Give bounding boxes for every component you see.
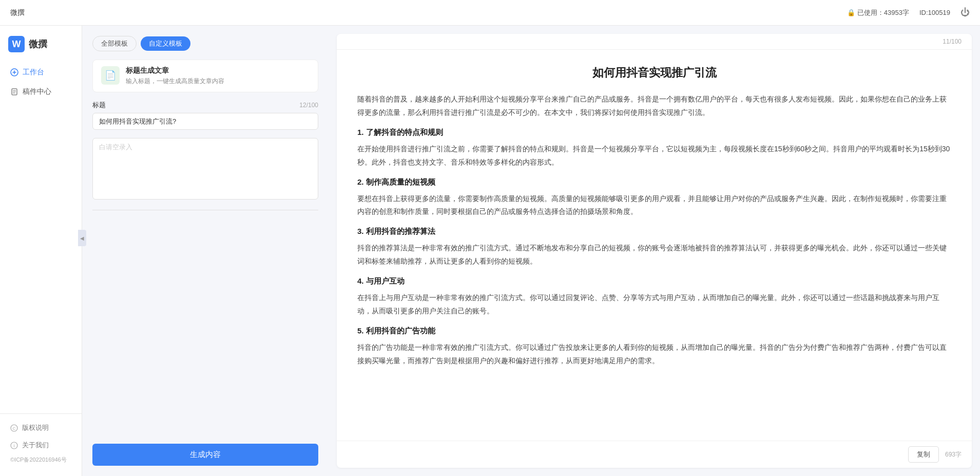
title-input[interactable] xyxy=(92,113,318,130)
article-section-1: 2. 制作高质量的短视频 要想在抖音上获得更多的流量，你需要制作高质量的短视频。… xyxy=(357,177,951,219)
workbench-icon xyxy=(10,68,18,76)
topbar-left: 微撰 xyxy=(10,8,25,17)
right-panel-footer: 复制 693字 xyxy=(337,441,972,468)
collapse-sidebar-button[interactable]: ◀ xyxy=(78,230,86,246)
logo-icon: W xyxy=(8,36,25,52)
drafts-icon xyxy=(10,88,18,96)
main-layout: W 微撰 工作台 稿件中心 C xyxy=(0,26,980,476)
template-card-info: 标题生成文章 输入标题，一键生成高质量文章内容 xyxy=(126,66,224,86)
section-content-0: 在开始使用抖音进行推广引流之前，你需要了解抖音的特点和规则。抖音是一个短视频分享… xyxy=(357,143,951,169)
template-card-icon: 📄 xyxy=(101,66,120,85)
title-form-section: 标题 12/100 xyxy=(92,101,318,130)
about-icon: i xyxy=(10,442,18,449)
sidebar-item-drafts[interactable]: 稿件中心 xyxy=(0,82,82,102)
logo-text: 微撰 xyxy=(29,38,47,50)
template-card-desc: 输入标题，一键生成高质量文章内容 xyxy=(126,77,224,86)
topbar: 微撰 🔒 已使用：43953字 ID:100519 ⏻ xyxy=(0,0,980,26)
title-count: 12/100 xyxy=(299,102,318,109)
sidebar-item-workbench[interactable]: 工作台 xyxy=(0,63,82,82)
logo-icon-text: W xyxy=(12,39,21,50)
sidebar-bottom: C 版权说明 i 关于我们 ©ICP备2022016946号 xyxy=(0,413,82,471)
article-section-3: 4. 与用户互动 在抖音上与用户互动是一种非常有效的推广引流方式。你可以通过回复… xyxy=(357,276,951,318)
power-button[interactable]: ⏻ xyxy=(960,7,970,18)
sidebar-workbench-label: 工作台 xyxy=(23,68,44,77)
right-panel: 11/100 如何用抖音实现推广引流 随着抖音的普及，越来越多的人开始利用这个短… xyxy=(337,34,972,468)
generate-button[interactable]: 生成内容 xyxy=(92,444,318,466)
template-card-name: 标题生成文章 xyxy=(126,66,224,75)
section-heading-3: 4. 与用户互动 xyxy=(357,276,951,286)
svg-text:C: C xyxy=(13,426,16,431)
divider xyxy=(92,210,318,210)
svg-text:i: i xyxy=(14,443,15,448)
page-count: 11/100 xyxy=(943,38,962,45)
template-tabs: 全部模板 自定义模板 xyxy=(92,36,318,51)
article-title: 如何用抖音实现推广引流 xyxy=(357,65,951,81)
sidebar: W 微撰 工作台 稿件中心 C xyxy=(0,26,82,476)
article-section-2: 3. 利用抖音的推荐算法 抖音的推荐算法是一种非常有效的推广引流方式。通过不断地… xyxy=(357,227,951,268)
article-intro: 随着抖音的普及，越来越多的人开始利用这个短视频分享平台来推广自己的产品或服务。抖… xyxy=(357,93,951,120)
tab-all-templates[interactable]: 全部模板 xyxy=(92,36,137,51)
article-content: 如何用抖音实现推广引流 随着抖音的普及，越来越多的人开始利用这个短视频分享平台来… xyxy=(337,50,972,441)
usage-label: 已使用：43953字 xyxy=(857,8,909,17)
about-label: 关于我们 xyxy=(22,441,49,450)
content-form-section xyxy=(92,138,318,200)
copyright-label: 版权说明 xyxy=(22,423,49,432)
copyright-icon: C xyxy=(10,424,18,432)
left-panel: 全部模板 自定义模板 📄 标题生成文章 输入标题，一键生成高质量文章内容 标题 … xyxy=(82,26,329,476)
section-content-2: 抖音的推荐算法是一种非常有效的推广引流方式。通过不断地发布和分享自己的短视频，你… xyxy=(357,242,951,268)
section-content-4: 抖音的广告功能是一种非常有效的推广引流方式。你可以通过广告投放来让更多的人看到你… xyxy=(357,341,951,368)
sidebar-drafts-label: 稿件中心 xyxy=(23,87,51,96)
section-heading-0: 1. 了解抖音的特点和规则 xyxy=(357,128,951,137)
title-label: 标题 xyxy=(92,101,106,110)
article-section-0: 1. 了解抖音的特点和规则 在开始使用抖音进行推广引流之前，你需要了解抖音的特点… xyxy=(357,128,951,169)
section-heading-2: 3. 利用抖音的推荐算法 xyxy=(357,227,951,236)
sidebar-item-copyright[interactable]: C 版权说明 xyxy=(0,419,82,437)
template-card-headline[interactable]: 📄 标题生成文章 输入标题，一键生成高质量文章内容 xyxy=(92,60,318,92)
usage-info: 🔒 已使用：43953字 xyxy=(847,8,909,17)
beian-text: ©ICP备2022016946号 xyxy=(0,454,82,466)
word-count: 693字 xyxy=(945,450,962,459)
section-heading-1: 2. 制作高质量的短视频 xyxy=(357,177,951,187)
title-label-row: 标题 12/100 xyxy=(92,101,318,110)
tab-custom-templates[interactable]: 自定义模板 xyxy=(141,36,190,51)
section-heading-4: 5. 利用抖音的广告功能 xyxy=(357,326,951,336)
section-content-1: 要想在抖音上获得更多的流量，你需要制作高质量的短视频。高质量的短视频能够吸引更多… xyxy=(357,192,951,219)
article-section-4: 5. 利用抖音的广告功能 抖音的广告功能是一种非常有效的推广引流方式。你可以通过… xyxy=(357,326,951,368)
topbar-title: 微撰 xyxy=(10,8,25,17)
right-panel-header: 11/100 xyxy=(337,34,972,50)
topbar-right: 🔒 已使用：43953字 ID:100519 ⏻ xyxy=(847,7,970,18)
content-textarea[interactable] xyxy=(92,138,318,200)
section-content-3: 在抖音上与用户互动是一种非常有效的推广引流方式。你可以通过回复评论、点赞、分享等… xyxy=(357,291,951,318)
sidebar-logo: W 微撰 xyxy=(0,31,82,63)
user-id-label: ID:100519 xyxy=(919,9,950,16)
lock-icon: 🔒 xyxy=(847,9,855,16)
copy-button[interactable]: 复制 xyxy=(908,446,939,463)
sidebar-item-about[interactable]: i 关于我们 xyxy=(0,437,82,454)
content-area: 全部模板 自定义模板 📄 标题生成文章 输入标题，一键生成高质量文章内容 标题 … xyxy=(82,26,980,476)
